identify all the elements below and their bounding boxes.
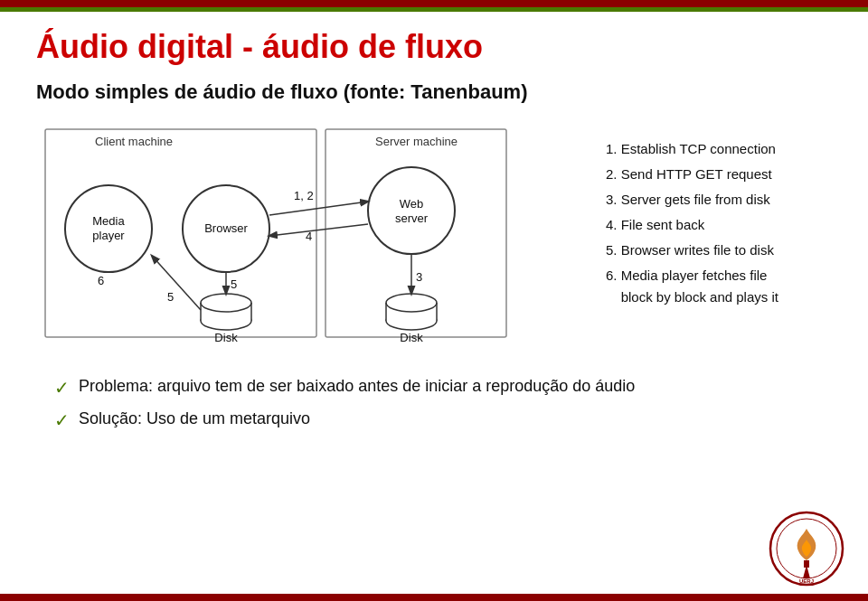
step-2: 2. Send HTTP GET request xyxy=(606,164,832,185)
diagram-area: Client machine Server machine Media play… xyxy=(36,120,832,359)
step-4-text: File sent back xyxy=(621,217,705,232)
step-3: 3. Server gets file from disk xyxy=(606,189,832,211)
diagram-svg: Client machine Server machine Media play… xyxy=(36,120,597,359)
svg-rect-22 xyxy=(804,560,809,568)
browser-label: Browser xyxy=(204,221,248,235)
web-server-label2: server xyxy=(395,211,429,225)
web-server-label1: Web xyxy=(400,197,424,211)
disk-label-1: Disk xyxy=(214,331,238,344)
arrow-label-4: 4 xyxy=(306,230,312,243)
subtitle: Modo simples de áudio de fluxo (fonte: T… xyxy=(36,80,832,104)
step-6-text: Media player fetches file block by block… xyxy=(606,268,778,305)
bullet-text-2: Solução: Uso de um metarquivo xyxy=(79,408,832,430)
bottom-bar xyxy=(0,594,868,601)
client-label: Client machine xyxy=(95,135,173,148)
step-1-text: Establish TCP connection xyxy=(621,141,776,156)
step-2-text: Send HTTP GET request xyxy=(621,166,772,182)
step-5: 5. Browser writes file to disk xyxy=(606,239,832,261)
svg-rect-0 xyxy=(45,129,316,337)
svg-line-6 xyxy=(269,224,368,236)
media-player-label2: player xyxy=(92,229,125,242)
arrow-label-5-num2: 5 xyxy=(167,290,174,304)
svg-point-4 xyxy=(368,167,455,254)
checkmark-2: ✓ xyxy=(54,409,70,431)
server-label: Server machine xyxy=(375,135,458,148)
media-player-label1: Media xyxy=(92,214,125,228)
step-4: 4. File sent back xyxy=(606,214,832,236)
slide-title: Áudio digital - áudio de fluxo xyxy=(36,28,832,66)
svg-line-5 xyxy=(269,202,368,215)
step-1: 1. Establish TCP connection xyxy=(606,138,832,160)
bullet-section: ✓ Problema: arquivo tem de ser baixado a… xyxy=(36,375,832,431)
disk-label-2: Disk xyxy=(400,331,423,344)
step-1-num: 1. xyxy=(606,141,618,156)
arrow-label-3: 3 xyxy=(416,270,422,284)
step-6: 6. Media player fetches file block by bl… xyxy=(606,265,832,308)
step-6-num: 6. xyxy=(606,268,618,283)
logo-area: UERJ xyxy=(769,511,850,592)
bullet-item-2: ✓ Solução: Uso de um metarquivo xyxy=(54,408,832,431)
step-5-text: Browser writes file to disk xyxy=(621,242,774,258)
step-2-num: 2. xyxy=(606,166,618,182)
step-3-text: Server gets file from disk xyxy=(621,192,770,207)
step-3-num: 3. xyxy=(606,192,618,207)
bullet-text-1: Problema: arquivo tem de ser baixado ant… xyxy=(79,375,832,398)
svg-text:UERJ: UERJ xyxy=(799,578,814,584)
step-4-num: 4. xyxy=(606,217,618,232)
steps-list: 1. Establish TCP connection 2. Send HTTP… xyxy=(597,120,832,312)
top-bar xyxy=(0,0,868,7)
arrow-label-5-num: 5 xyxy=(231,277,237,291)
svg-line-19 xyxy=(152,256,201,310)
bullet-item-1: ✓ Problema: arquivo tem de ser baixado a… xyxy=(54,375,832,399)
step-5-num: 5. xyxy=(606,242,618,258)
arrow-label-6-num: 6 xyxy=(98,274,104,287)
checkmark-1: ✓ xyxy=(54,377,70,399)
arrow-label-12: 1, 2 xyxy=(294,189,314,202)
